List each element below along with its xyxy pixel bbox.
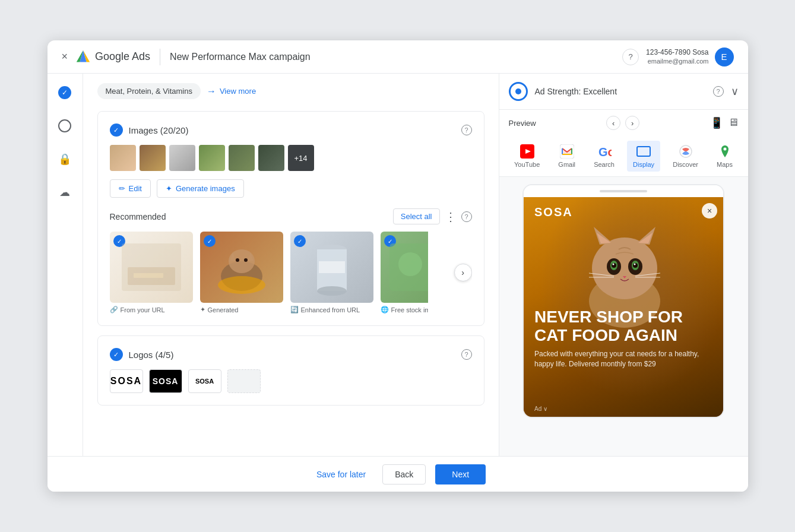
- youtube-icon: [520, 144, 534, 159]
- generate-icon: ✦: [166, 184, 172, 193]
- ad-preview-card: SOSA × NEVER SHOP FOR CAT FOOD AGAIN Pac…: [522, 184, 724, 418]
- thumb-count-badge: +14: [288, 145, 314, 171]
- image-card-1-label: 🔗 From your URL: [110, 306, 193, 314]
- tab-discover-label: Discover: [673, 161, 698, 168]
- account-info: 123-456-7890 Sosa emailme@gmail.com E: [646, 48, 733, 66]
- tag-chip: Meat, Protein, & Vitamins: [97, 83, 201, 99]
- preview-next-button[interactable]: ›: [625, 116, 639, 130]
- tab-search-label: Search: [594, 161, 615, 168]
- arrow-right-icon: →: [207, 86, 216, 97]
- more-options-icon[interactable]: ⋮: [445, 210, 457, 224]
- preview-area: SOSA × NEVER SHOP FOR CAT FOOD AGAIN Pac…: [499, 177, 748, 456]
- header-divider: [160, 49, 160, 65]
- modal-container: × Google Ads New Performance Max campaig…: [47, 40, 748, 492]
- tag-row: Meat, Protein, & Vitamins → View more: [97, 83, 484, 99]
- ad-image: SOSA × NEVER SHOP FOR CAT FOOD AGAIN Pac…: [524, 197, 723, 417]
- tab-gmail-label: Gmail: [558, 161, 575, 168]
- modal-header: × Google Ads New Performance Max campaig…: [47, 40, 748, 74]
- sidebar-step-1[interactable]: [55, 83, 74, 102]
- ad-description: Packed with everything your cat needs fo…: [534, 349, 712, 369]
- back-button[interactable]: Back: [382, 464, 426, 484]
- recommended-label: Recommended: [110, 212, 166, 221]
- maps-icon: [718, 144, 732, 159]
- panel-help-icon[interactable]: ?: [713, 86, 724, 97]
- sidebar: 🔒 ☁: [47, 74, 83, 456]
- tab-discover[interactable]: Discover: [667, 141, 704, 172]
- svg-rect-6: [134, 273, 163, 278]
- image-card-4: 🌐 Free stock image: [381, 232, 428, 314]
- ad-text-block: NEVER SHOP FOR CAT FOOD AGAIN Packed wit…: [534, 308, 712, 369]
- tab-display[interactable]: Display: [627, 141, 660, 172]
- sidebar-step-2[interactable]: [55, 116, 74, 135]
- logos-help-icon[interactable]: ?: [461, 349, 472, 360]
- desktop-device-button[interactable]: 🖥: [728, 116, 739, 129]
- ad-strength-label: Ad Strength: Excellent: [535, 87, 706, 96]
- logo-empty: [227, 369, 261, 393]
- edit-icon: ✏: [119, 184, 125, 193]
- thumb-row: +14: [110, 145, 472, 171]
- mobile-device-button[interactable]: 📱: [710, 116, 723, 129]
- images-title-row: Images (20/20): [110, 124, 189, 137]
- avatar[interactable]: E: [715, 48, 734, 66]
- campaign-title: New Performance Max campaign: [170, 52, 311, 62]
- search-platform-icon: Google: [597, 144, 612, 159]
- svg-text:Google: Google: [598, 145, 612, 159]
- thumb-1: [110, 145, 136, 171]
- sidebar-step-lock: 🔒: [55, 150, 74, 169]
- save-for-later-button[interactable]: Save for later: [309, 465, 373, 484]
- preview-label: Preview: [509, 119, 536, 128]
- image-card-4-label: 🌐 Free stock image: [381, 306, 428, 314]
- cloud-icon: ☁: [59, 186, 70, 199]
- logo-sosa-text: SOSA: [110, 369, 143, 393]
- tab-search[interactable]: Google Search: [588, 141, 620, 172]
- preview-prev-button[interactable]: ‹: [606, 116, 620, 130]
- image-card-2-label: ✦ Generated: [200, 306, 283, 314]
- image-card-2-img: [200, 232, 283, 303]
- account-phone: 123-456-7890 Sosa: [646, 48, 708, 58]
- account-email: emailme@gmail.com: [646, 57, 708, 65]
- image-card-1-img: [110, 232, 193, 303]
- svg-point-43: [634, 264, 636, 265]
- images-section: Images (20/20) ? +14 ✏: [97, 111, 484, 326]
- action-btn-row: ✏ Edit ✦ Generate images: [110, 179, 472, 198]
- gmail-icon: [560, 144, 574, 159]
- modal-footer: Save for later Back Next: [47, 456, 748, 492]
- stock-icon: 🌐: [381, 306, 389, 314]
- generate-images-button[interactable]: ✦ Generate images: [157, 179, 244, 198]
- tab-youtube-label: YouTube: [514, 161, 540, 168]
- images-help-icon[interactable]: ?: [461, 125, 472, 135]
- ad-badge: Ad ∨: [534, 406, 547, 412]
- logo-sosa-small: SOSA: [188, 369, 221, 393]
- next-button[interactable]: Next: [435, 464, 486, 484]
- discover-icon: [679, 144, 693, 159]
- svg-rect-26: [639, 148, 648, 154]
- ad-close-btn[interactable]: ×: [702, 203, 717, 218]
- google-ads-logo: Google Ads: [75, 49, 150, 65]
- tab-youtube[interactable]: YouTube: [508, 141, 546, 172]
- tab-gmail[interactable]: Gmail: [552, 141, 581, 172]
- svg-point-16: [317, 286, 347, 296]
- logo-sosa-dark: SOSA: [149, 369, 182, 393]
- logos-check-icon: [110, 348, 123, 361]
- logo-row: SOSA SOSA SOSA: [110, 369, 472, 393]
- sidebar-step-cloud: ☁: [55, 183, 74, 202]
- tab-maps[interactable]: Maps: [711, 141, 739, 172]
- ad-brand-name: SOSA: [534, 205, 573, 219]
- panel-collapse-icon[interactable]: ∨: [731, 85, 739, 98]
- image-grid: 🔗 From your URL: [110, 232, 472, 314]
- edit-button[interactable]: ✏ Edit: [110, 179, 151, 198]
- url-icon: 🔗: [110, 306, 118, 314]
- view-more-button[interactable]: → View more: [207, 86, 256, 97]
- image-card-2: ✦ Generated: [200, 232, 283, 314]
- recommended-help-icon[interactable]: ?: [461, 211, 472, 222]
- header-help-icon[interactable]: ?: [622, 49, 639, 65]
- select-all-button[interactable]: Select all: [393, 208, 440, 224]
- close-button[interactable]: ×: [62, 50, 68, 63]
- preview-device-btns: 📱 🖥: [710, 116, 739, 129]
- app-name: Google Ads: [95, 50, 150, 63]
- preview-header: Preview ‹ › 📱 🖥: [499, 110, 748, 136]
- right-panel: Ad Strength: Excellent ? ∨ Preview ‹ › 📱…: [499, 74, 748, 456]
- notch-bar: [600, 190, 647, 192]
- logos-title-row: Logos (4/5): [110, 348, 174, 361]
- image-scroll-button[interactable]: ›: [454, 264, 472, 281]
